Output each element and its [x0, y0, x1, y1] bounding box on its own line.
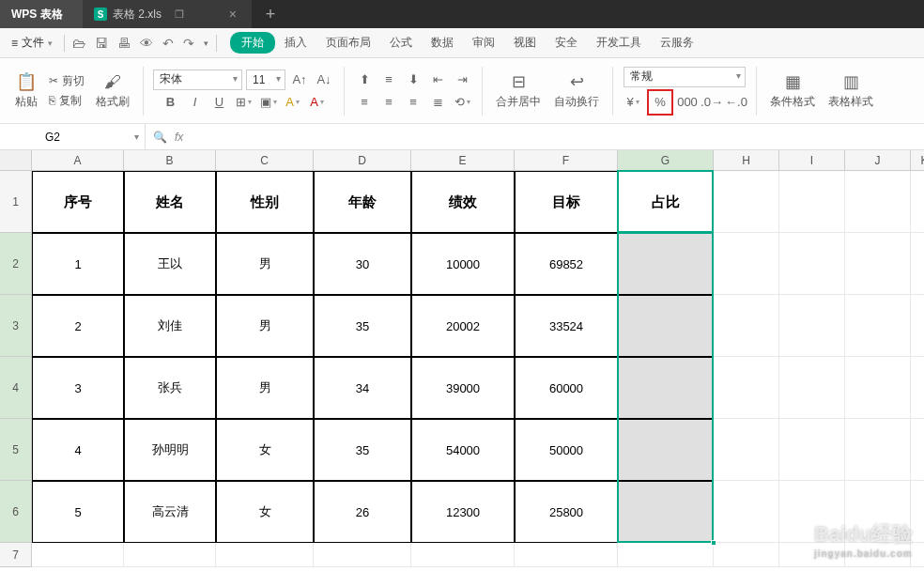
row-header-3[interactable]: 3 [0, 295, 32, 357]
increase-font-icon[interactable]: A↑ [289, 70, 310, 90]
cell-F1[interactable]: 目标 [515, 171, 618, 233]
cell-I3[interactable] [779, 295, 845, 357]
justify-icon[interactable]: ≣ [427, 92, 448, 113]
cell-D4[interactable]: 34 [314, 357, 411, 419]
cell-K5[interactable] [911, 419, 924, 481]
merge-center-button[interactable]: ⊟ 合并居中 [492, 70, 545, 112]
spreadsheet-grid[interactable]: ABCDEFGHIJK 1234567 序号姓名性别年龄绩效目标占比1王以男30… [0, 150, 924, 587]
name-box-input[interactable] [6, 131, 100, 144]
new-tab-button[interactable]: + [252, 0, 289, 28]
orientation-icon[interactable]: ⟲ [452, 92, 472, 113]
align-top-icon[interactable]: ⬆ [354, 70, 375, 90]
fx-icon[interactable]: fx [175, 131, 183, 144]
cell-B3[interactable]: 刘佳 [124, 295, 216, 357]
cell-H4[interactable] [714, 357, 779, 419]
cells-area[interactable]: 序号姓名性别年龄绩效目标占比1王以男3010000698522刘佳男352000… [32, 171, 924, 567]
row-header-6[interactable]: 6 [0, 481, 32, 543]
name-box[interactable]: ▾ [0, 124, 146, 149]
decrease-font-icon[interactable]: A↓ [314, 70, 334, 90]
document-tab[interactable]: S 表格 2.xls ❐ × [83, 0, 252, 28]
cell-E2[interactable]: 10000 [411, 233, 515, 295]
paste-button[interactable]: 📋 粘贴 [11, 70, 41, 112]
cell-B5[interactable]: 孙明明 [124, 419, 216, 481]
cell-J5[interactable] [845, 419, 911, 481]
number-format-select[interactable]: 常规 [624, 67, 746, 87]
cell-H6[interactable] [714, 481, 779, 543]
column-header-H[interactable]: H [714, 150, 779, 171]
cell-H2[interactable] [714, 233, 779, 295]
comma-icon[interactable]: 000 [677, 92, 698, 113]
percent-icon[interactable]: % [650, 92, 670, 113]
cell-G4[interactable] [618, 357, 714, 419]
cell-B7[interactable] [124, 543, 216, 567]
menu-云服务[interactable]: 云服务 [651, 31, 703, 54]
undo-icon[interactable]: ↶ [162, 36, 174, 51]
menu-视图[interactable]: 视图 [504, 31, 546, 54]
column-header-A[interactable]: A [32, 150, 124, 171]
cell-I5[interactable] [779, 419, 845, 481]
cell-A5[interactable]: 4 [32, 419, 124, 481]
fill-color-icon[interactable]: ▣ [258, 92, 279, 113]
format-painter-button[interactable]: 🖌 格式刷 [92, 70, 133, 112]
font-size-select[interactable]: 11 [246, 70, 285, 90]
cell-H5[interactable] [714, 419, 779, 481]
align-middle-icon[interactable]: ≡ [378, 70, 399, 90]
cell-D7[interactable] [314, 543, 411, 567]
cell-D5[interactable]: 35 [314, 419, 411, 481]
cell-A6[interactable]: 5 [32, 481, 124, 543]
cell-G2[interactable] [618, 233, 714, 295]
cell-F5[interactable]: 50000 [515, 419, 618, 481]
cell-G5[interactable] [618, 419, 714, 481]
chevron-down-icon[interactable]: ▾ [204, 39, 208, 48]
cell-D2[interactable]: 30 [314, 233, 411, 295]
cell-B2[interactable]: 王以 [124, 233, 216, 295]
column-header-G[interactable]: G [618, 150, 714, 171]
cell-C7[interactable] [216, 543, 314, 567]
cell-F2[interactable]: 69852 [515, 233, 618, 295]
menu-开始[interactable]: 开始 [230, 32, 275, 54]
cell-F3[interactable]: 33524 [515, 295, 618, 357]
currency-icon[interactable]: ¥ [623, 92, 643, 113]
app-tab[interactable]: WPS 表格 [0, 0, 83, 28]
row-header-2[interactable]: 2 [0, 233, 32, 295]
cell-A3[interactable]: 2 [32, 295, 124, 357]
cell-D3[interactable]: 35 [314, 295, 411, 357]
italic-icon[interactable]: I [185, 92, 206, 113]
cell-E6[interactable]: 12300 [411, 481, 515, 543]
cell-K2[interactable] [911, 233, 924, 295]
menu-数据[interactable]: 数据 [422, 31, 463, 54]
cell-J4[interactable] [845, 357, 911, 419]
copy-button[interactable]: ⎘复制 [45, 92, 88, 110]
row-header-7[interactable]: 7 [0, 543, 32, 567]
cell-B4[interactable]: 张兵 [124, 357, 216, 419]
cell-G6[interactable] [618, 481, 714, 543]
indent-decrease-icon[interactable]: ⇤ [427, 70, 448, 90]
cell-K7[interactable] [911, 543, 924, 567]
cell-K1[interactable] [911, 171, 924, 233]
cell-F4[interactable]: 60000 [515, 357, 618, 419]
formula-input-area[interactable]: 🔍 fx [146, 131, 924, 144]
menu-安全[interactable]: 安全 [546, 31, 587, 54]
cell-G1[interactable]: 占比 [618, 171, 714, 233]
column-header-C[interactable]: C [216, 150, 314, 171]
cell-G7[interactable] [618, 543, 714, 567]
cell-I7[interactable] [779, 543, 845, 567]
cell-B6[interactable]: 高云清 [124, 481, 216, 543]
row-header-1[interactable]: 1 [0, 171, 32, 233]
column-header-J[interactable]: J [845, 150, 911, 171]
menu-审阅[interactable]: 审阅 [463, 31, 504, 54]
cell-K6[interactable] [911, 481, 924, 543]
cell-J7[interactable] [845, 543, 911, 567]
cell-C3[interactable]: 男 [216, 295, 314, 357]
selection-handle[interactable] [711, 540, 716, 546]
cell-K3[interactable] [911, 295, 924, 357]
cell-E5[interactable]: 54000 [411, 419, 515, 481]
cell-A2[interactable]: 1 [32, 233, 124, 295]
row-header-4[interactable]: 4 [0, 357, 32, 419]
cell-I4[interactable] [779, 357, 845, 419]
zoom-icon[interactable]: 🔍 [153, 131, 167, 144]
cell-H7[interactable] [714, 543, 779, 567]
cell-C1[interactable]: 性别 [216, 171, 314, 233]
cell-A4[interactable]: 3 [32, 357, 124, 419]
cell-E7[interactable] [411, 543, 515, 567]
